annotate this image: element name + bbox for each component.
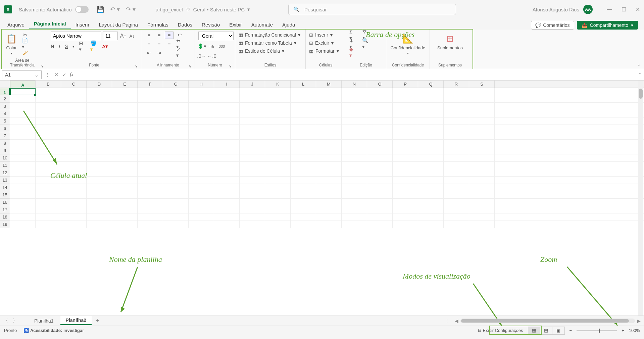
row-header[interactable]: 13	[0, 177, 10, 184]
format-as-table-button[interactable]: ▦Formatar como Tabela ▾	[239, 40, 296, 46]
cell[interactable]	[10, 117, 36, 125]
undo-icon[interactable]: ↶ ▾	[110, 6, 120, 13]
column-header[interactable]: Q	[418, 81, 444, 88]
cell[interactable]	[418, 103, 444, 110]
cell[interactable]	[316, 103, 342, 110]
cell[interactable]	[418, 162, 444, 169]
cell[interactable]	[418, 140, 444, 147]
accessibility-status[interactable]: ♿ Acessibilidade: investigar	[23, 328, 84, 333]
cell[interactable]	[61, 117, 87, 125]
cell[interactable]	[265, 103, 291, 110]
cell[interactable]	[87, 184, 112, 191]
cell[interactable]	[189, 110, 214, 117]
cell[interactable]	[291, 88, 316, 95]
cell[interactable]	[444, 125, 469, 132]
cell[interactable]	[112, 177, 138, 184]
cell[interactable]	[367, 184, 393, 191]
italic-button[interactable]: I	[59, 44, 60, 49]
format-painter-icon[interactable]: 🖌	[22, 49, 29, 56]
currency-icon[interactable]: 💲▾	[198, 43, 205, 50]
cell[interactable]	[87, 110, 112, 117]
cell[interactable]	[61, 132, 87, 139]
search-input[interactable]: 🔍 Pesquisar	[288, 4, 456, 15]
cell[interactable]	[189, 147, 214, 154]
cell[interactable]	[214, 206, 240, 213]
column-header[interactable]: H	[189, 81, 214, 88]
autosave-switch[interactable]	[75, 6, 89, 13]
horizontal-scrollbar[interactable]	[460, 319, 635, 323]
cell[interactable]	[418, 191, 444, 198]
tab-dados[interactable]: Dados	[173, 20, 197, 30]
row-header[interactable]: 14	[0, 184, 10, 191]
row-header[interactable]: 11	[0, 162, 10, 169]
cell[interactable]	[87, 177, 112, 184]
cell[interactable]	[418, 147, 444, 154]
cell[interactable]	[444, 132, 469, 139]
autosave-toggle[interactable]: Salvamento Automático	[19, 6, 89, 13]
cell[interactable]	[342, 132, 367, 139]
fx-icon[interactable]: fx	[70, 72, 73, 78]
cell[interactable]	[265, 213, 291, 221]
maximize-icon[interactable]: ☐	[622, 6, 626, 13]
cell[interactable]	[240, 221, 265, 228]
cell[interactable]	[316, 199, 342, 206]
cell[interactable]	[393, 221, 418, 228]
align-center-icon[interactable]: ≡	[155, 40, 163, 48]
cell[interactable]	[163, 191, 189, 198]
cell[interactable]	[265, 125, 291, 132]
cell[interactable]	[240, 117, 265, 125]
cell[interactable]	[163, 95, 189, 102]
cell[interactable]	[138, 88, 163, 95]
cell[interactable]	[189, 191, 214, 198]
cell[interactable]	[393, 110, 418, 117]
cell[interactable]	[87, 103, 112, 110]
number-format-select[interactable]: Geral	[198, 32, 234, 40]
cell[interactable]	[393, 88, 418, 95]
row-header[interactable]: 16	[0, 199, 10, 206]
comma-icon[interactable]: 000	[218, 43, 225, 50]
cell[interactable]	[138, 184, 163, 191]
cells-area[interactable]	[10, 88, 644, 228]
avatar[interactable]: AA	[583, 5, 593, 14]
cell[interactable]	[444, 191, 469, 198]
cell[interactable]	[112, 184, 138, 191]
align-top-icon[interactable]: ≡	[145, 32, 153, 39]
cell[interactable]	[316, 154, 342, 161]
font-launcher-icon[interactable]: ⬊	[135, 64, 138, 68]
cell[interactable]	[214, 199, 240, 206]
cell[interactable]	[36, 213, 61, 221]
cell[interactable]	[189, 154, 214, 161]
wrap-text-icon[interactable]: ↩	[176, 32, 183, 38]
cell[interactable]	[316, 206, 342, 213]
cell[interactable]	[316, 184, 342, 191]
cell[interactable]	[163, 147, 189, 154]
cell[interactable]	[265, 132, 291, 139]
cell[interactable]	[418, 154, 444, 161]
cell[interactable]	[291, 162, 316, 169]
cell[interactable]	[36, 132, 61, 139]
cell[interactable]	[265, 199, 291, 206]
cell[interactable]	[291, 177, 316, 184]
tab-revisao[interactable]: Revisão	[197, 20, 225, 30]
cell[interactable]	[367, 88, 393, 95]
cell[interactable]	[469, 110, 495, 117]
cell[interactable]	[469, 132, 495, 139]
cell[interactable]	[393, 95, 418, 102]
cell[interactable]	[214, 221, 240, 228]
cell[interactable]	[163, 177, 189, 184]
share-button[interactable]: 📤Compartilhamento▾	[577, 21, 638, 30]
cell[interactable]	[265, 191, 291, 198]
cell[interactable]	[265, 206, 291, 213]
cell[interactable]	[138, 162, 163, 169]
cell[interactable]	[444, 117, 469, 125]
column-header[interactable]: S	[469, 81, 495, 88]
cell[interactable]	[138, 177, 163, 184]
cell[interactable]	[112, 132, 138, 139]
cell[interactable]	[36, 140, 61, 147]
cell[interactable]	[189, 177, 214, 184]
cell[interactable]	[469, 199, 495, 206]
cell[interactable]	[393, 213, 418, 221]
clipboard-launcher-icon[interactable]: ⬊	[41, 64, 44, 68]
cell[interactable]	[393, 191, 418, 198]
sheet-tab-1[interactable]: Planilha1	[29, 317, 59, 325]
